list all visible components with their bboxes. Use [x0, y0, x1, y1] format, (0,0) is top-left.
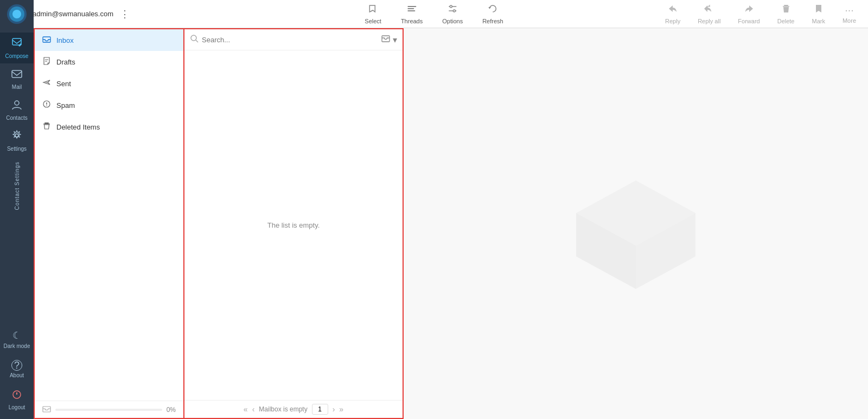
darkmode-icon: ☾ [12, 330, 21, 341]
compose-icon [11, 37, 23, 51]
message-panel: ▾ The list is empty. « ‹ Mailbox is empt… [184, 28, 404, 419]
spam-icon [42, 100, 51, 111]
account-more-button[interactable]: ⋮ [120, 8, 130, 20]
svg-line-29 [196, 40, 198, 42]
sidebar-item-label: Mail [12, 84, 22, 90]
options-icon [447, 3, 458, 17]
message-filter-button[interactable] [381, 34, 391, 46]
darkmode-button[interactable]: ☾ Dark mode [0, 325, 34, 353]
svg-point-28 [191, 35, 196, 41]
svg-rect-3 [407, 6, 416, 7]
svg-point-14 [15, 101, 19, 105]
page-input[interactable] [312, 404, 328, 415]
reply-button[interactable]: Reply [662, 1, 684, 27]
drafts-icon [42, 56, 51, 67]
svg-rect-4 [407, 8, 414, 9]
next-page-button[interactable]: › [333, 405, 335, 414]
folder-item-sent[interactable]: Sent [35, 73, 183, 94]
sidebar-item-contacts[interactable]: Contacts [0, 94, 34, 125]
folder-item-spam[interactable]: Spam [35, 94, 183, 116]
sidebar-icons: Compose Mail Contacts [0, 28, 34, 419]
first-page-button[interactable]: « [244, 405, 248, 414]
delete-button[interactable]: Delete [774, 1, 798, 27]
folder-list: Inbox Drafts [35, 29, 183, 401]
svg-rect-10 [784, 5, 788, 6]
inbox-icon [42, 35, 51, 46]
sidebar-bottom-label: Logout [9, 404, 25, 410]
mark-button[interactable]: Mark [808, 1, 828, 27]
svg-point-7 [450, 5, 452, 8]
svg-rect-27 [43, 407, 50, 412]
message-dropdown-button[interactable]: ▾ [393, 35, 397, 45]
main-layout: Compose Mail Contacts [0, 28, 868, 419]
folder-label: Sent [56, 80, 71, 88]
select-icon [368, 3, 379, 17]
sidebar-item-settings[interactable]: Settings [0, 125, 34, 156]
svg-point-2 [12, 10, 21, 18]
more-button[interactable]: ··· More [839, 2, 859, 26]
refresh-icon [487, 3, 498, 17]
sidebar-item-mail[interactable]: Mail [0, 63, 34, 94]
preview-panel [404, 28, 868, 419]
sidebar-item-label: Contacts [6, 115, 27, 121]
toolbar-right-buttons: Reply Reply all Forward [662, 1, 859, 27]
refresh-button[interactable]: Refresh [479, 1, 507, 27]
folder-label: Inbox [56, 36, 74, 44]
message-search-bar: ▾ [184, 29, 403, 50]
sidebar-item-compose[interactable]: Compose [0, 33, 34, 63]
forward-button[interactable]: Forward [735, 1, 763, 27]
about-button[interactable]: ? About [0, 356, 34, 383]
reply-icon [667, 3, 678, 17]
svg-rect-26 [43, 124, 50, 125]
message-search-icons: ▾ [381, 34, 397, 46]
prev-page-button[interactable]: ‹ [252, 405, 255, 414]
account-email: admin@swmanuales.com [33, 10, 113, 18]
select-button[interactable]: Select [361, 1, 385, 27]
more-icon: ··· [845, 4, 854, 16]
sidebar-bottom-label: About [10, 372, 24, 378]
reply-all-button[interactable]: Reply all [694, 1, 724, 27]
folder-label: Deleted Items [56, 123, 100, 131]
deleted-icon [42, 121, 51, 132]
search-icon [190, 34, 199, 45]
contact-settings-label: Contact Settings [14, 162, 20, 210]
svg-rect-5 [407, 10, 415, 11]
reply-all-icon [703, 3, 715, 17]
logout-button[interactable]: Logout [0, 385, 34, 415]
folder-panel: Inbox Drafts [34, 28, 184, 419]
svg-rect-11 [783, 6, 789, 7]
options-button[interactable]: Options [439, 1, 466, 27]
threads-button[interactable]: Threads [398, 1, 426, 27]
settings-icon [11, 130, 23, 144]
app-logo [7, 4, 27, 24]
sidebar-bottom-label: Dark mode [4, 343, 30, 349]
folder-panel-footer: 0% [35, 401, 183, 418]
svg-rect-12 [12, 38, 21, 45]
delete-icon [781, 3, 792, 17]
last-page-button[interactable]: » [339, 405, 343, 414]
folder-progress-text: 0% [167, 406, 176, 414]
message-panel-footer: « ‹ Mailbox is empty › » [184, 400, 403, 418]
folder-label: Spam [56, 101, 75, 109]
sidebar-item-label: Compose [5, 53, 29, 59]
mark-icon [813, 3, 824, 17]
search-input[interactable] [202, 36, 378, 44]
folder-item-inbox[interactable]: Inbox [35, 29, 183, 51]
empty-state-illustration [554, 148, 717, 300]
folder-item-deleted[interactable]: Deleted Items [35, 116, 183, 138]
folder-download-icon [42, 404, 51, 415]
folder-item-drafts[interactable]: Drafts [35, 51, 183, 73]
contacts-icon [11, 99, 23, 113]
toolbar-center-buttons: Select Threads Options [361, 1, 506, 27]
mail-icon [11, 68, 23, 82]
svg-rect-13 [12, 70, 22, 78]
forward-icon [744, 3, 755, 17]
empty-list-message: The list is empty. [267, 221, 320, 229]
message-list-body: The list is empty. [184, 50, 403, 400]
toolbar: admin@swmanuales.com ⋮ Select Threads [0, 0, 868, 28]
threads-icon [406, 3, 417, 17]
logout-icon [11, 389, 22, 403]
sidebar-item-label: Settings [7, 146, 27, 152]
svg-point-9 [453, 10, 455, 12]
mailbox-status: Mailbox is empty [259, 405, 307, 413]
